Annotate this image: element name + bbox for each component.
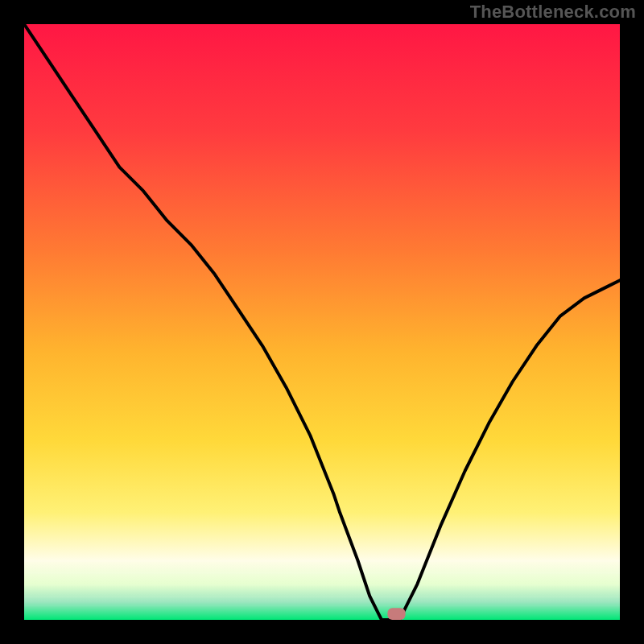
chart-background [24,24,620,620]
shading-band [24,596,620,597]
watermark-text: TheBottleneck.com [470,2,636,23]
shading-band [24,560,620,562]
chart-svg [24,24,620,620]
optimum-marker [387,608,405,620]
chart-canvas [24,24,620,620]
shading-band [24,572,620,574]
shading-band [24,584,620,586]
shading-band [24,605,620,607]
